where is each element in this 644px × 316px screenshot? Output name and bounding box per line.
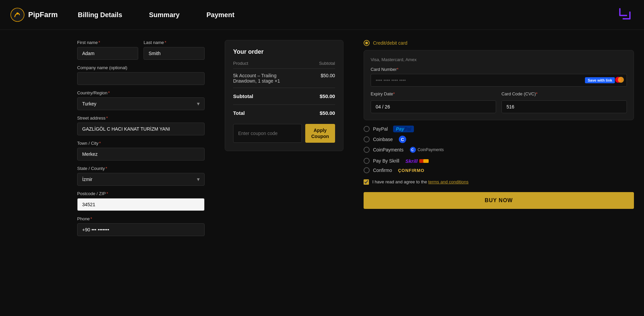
country-select-wrapper: Turkey United States United Kingdom Germ… bbox=[77, 97, 205, 110]
apply-coupon-button[interactable]: Apply Coupon bbox=[305, 124, 335, 143]
logo-area: PipFarm bbox=[10, 7, 58, 22]
credit-card-option[interactable]: Credit/debit card bbox=[364, 40, 634, 46]
subtotal-label: Subtotal bbox=[233, 93, 253, 99]
summary-section: Your order Product Subtotal 5k Account –… bbox=[225, 40, 343, 236]
postcode-group: Postcode / ZIP* bbox=[77, 191, 205, 211]
total-value: $50.00 bbox=[320, 110, 335, 116]
terms-text: I have read and agree to the terms and c… bbox=[372, 179, 469, 185]
last-name-input[interactable] bbox=[144, 47, 205, 60]
coupon-input[interactable] bbox=[233, 124, 302, 143]
app-name: PipFarm bbox=[28, 10, 58, 19]
coinbase-option[interactable]: Coinbase C bbox=[364, 136, 634, 143]
state-select-wrapper: İzmir Ankara İstanbul ▼ bbox=[77, 173, 205, 186]
cvc-label: Card Code (CVC)* bbox=[501, 91, 627, 96]
expiry-cvc-row: Expiry Date* Card Code (CVC)* bbox=[371, 91, 627, 113]
expiry-input[interactable] bbox=[371, 100, 496, 113]
terms-row: I have read and agree to the terms and c… bbox=[364, 179, 634, 185]
coinpayments-option[interactable]: CoinPayments C CoinPayments bbox=[364, 146, 634, 153]
buy-now-button[interactable]: BUY NOW bbox=[364, 192, 634, 209]
street-input[interactable] bbox=[77, 123, 205, 135]
first-name-label: First name* bbox=[77, 40, 138, 45]
mastercard-icon bbox=[615, 77, 624, 84]
coinbase-logo: C bbox=[399, 136, 406, 143]
product-name: 5k Account – Trailing Drawdown, 1 stage … bbox=[233, 73, 300, 84]
company-input[interactable] bbox=[77, 72, 205, 85]
coinpayments-label: CoinPayments bbox=[373, 147, 404, 152]
coinpayments-logo: C CoinPayments bbox=[410, 146, 444, 153]
billing-header-title: Billing Details bbox=[78, 11, 122, 19]
expiry-group: Expiry Date* bbox=[371, 91, 496, 113]
paypal-option[interactable]: PayPal PayPal bbox=[364, 126, 634, 132]
street-label: Street address* bbox=[77, 116, 205, 121]
coupon-area: Apply Coupon bbox=[233, 124, 335, 143]
cvc-group: Card Code (CVC)* bbox=[501, 91, 627, 113]
product-col-header: Product bbox=[233, 61, 248, 66]
subtotal-col-header: Subtotal bbox=[319, 61, 335, 66]
product-price: $50.00 bbox=[321, 73, 335, 78]
last-name-group: Last name* bbox=[144, 40, 205, 60]
city-label: Town / City* bbox=[77, 141, 205, 146]
postcode-label: Postcode / ZIP* bbox=[77, 191, 205, 196]
city-group: Town / City* bbox=[77, 141, 205, 161]
cvc-input[interactable] bbox=[501, 100, 627, 113]
header-sections: Billing Details Summary Payment bbox=[78, 11, 616, 19]
card-brands: Visa, Mastercard, Amex bbox=[371, 57, 627, 62]
terms-checkbox[interactable] bbox=[364, 179, 369, 185]
street-group: Street address* bbox=[77, 116, 205, 135]
billing-section: First name* Last name* Company name (opt… bbox=[77, 40, 205, 236]
terms-link[interactable]: terms and conditions bbox=[428, 179, 469, 184]
summary-header-title: Summary bbox=[149, 11, 179, 19]
svg-point-3 bbox=[618, 77, 624, 83]
svg-point-1 bbox=[16, 12, 18, 14]
coinbase-radio[interactable] bbox=[364, 136, 370, 142]
city-input[interactable] bbox=[77, 148, 205, 161]
skrill-radio[interactable] bbox=[364, 158, 370, 164]
phone-label: Phone* bbox=[77, 216, 205, 221]
coinpayments-radio[interactable] bbox=[364, 147, 370, 153]
country-group: Country/Region* Turkey United States Uni… bbox=[77, 90, 205, 110]
first-name-group: First name* bbox=[77, 40, 138, 60]
skrill-label: Pay By Skrill bbox=[373, 158, 399, 164]
paypal-label: PayPal bbox=[373, 126, 388, 132]
payment-options: PayPal PayPal Coinbase C CoinPayments C … bbox=[364, 126, 634, 173]
state-select[interactable]: İzmir Ankara İstanbul bbox=[77, 173, 205, 186]
first-name-input[interactable] bbox=[77, 47, 138, 60]
country-select[interactable]: Turkey United States United Kingdom Germ… bbox=[77, 97, 205, 110]
order-subtotal-row: Subtotal $50.00 bbox=[233, 91, 335, 102]
svg-point-0 bbox=[11, 8, 24, 21]
skrill-option[interactable]: Pay By Skrill Skrill bbox=[364, 158, 634, 164]
order-product-row: 5k Account – Trailing Drawdown, 1 stage … bbox=[233, 73, 335, 84]
order-card: Your order Product Subtotal 5k Account –… bbox=[225, 40, 343, 151]
name-row: First name* Last name* bbox=[77, 40, 205, 60]
expiry-label: Expiry Date* bbox=[371, 91, 496, 96]
paypal-logo: PayPal bbox=[393, 126, 414, 132]
top-right-icon bbox=[616, 6, 634, 24]
svg-text:C: C bbox=[411, 148, 414, 152]
card-number-wrapper: Save with link bbox=[371, 74, 627, 87]
pipfarm-logo-icon bbox=[10, 7, 25, 22]
confirmo-radio[interactable] bbox=[364, 167, 370, 173]
country-label: Country/Region* bbox=[77, 90, 205, 95]
confirmo-logo: ÇONFIRMO bbox=[398, 168, 425, 173]
total-label: Total bbox=[233, 110, 245, 116]
confirmo-label: Confirmo bbox=[373, 168, 392, 173]
credit-card-radio[interactable] bbox=[364, 40, 370, 46]
phone-group: Phone* bbox=[77, 216, 205, 236]
coinbase-label: Coinbase bbox=[373, 137, 393, 142]
phone-input[interactable] bbox=[77, 223, 205, 236]
credit-card-label: Credit/debit card bbox=[373, 40, 408, 46]
skrill-logo: Skrill bbox=[405, 158, 429, 164]
save-with-link-badge: Save with link bbox=[585, 77, 615, 83]
order-divider bbox=[233, 88, 335, 88]
postcode-input[interactable] bbox=[77, 198, 205, 211]
paypal-radio[interactable] bbox=[364, 126, 370, 132]
state-group: State / County* İzmir Ankara İstanbul ▼ bbox=[77, 166, 205, 186]
company-group: Company name (optional) bbox=[77, 65, 205, 85]
card-number-label: Card Number* bbox=[371, 67, 627, 72]
payment-header-title: Payment bbox=[206, 11, 234, 19]
card-details-box: Visa, Mastercard, Amex Card Number* Save… bbox=[364, 50, 634, 120]
order-total-row: Total $50.00 bbox=[233, 107, 335, 119]
last-name-label: Last name* bbox=[144, 40, 205, 45]
confirmo-option[interactable]: Confirmo ÇONFIRMO bbox=[364, 167, 634, 173]
order-table-header: Product Subtotal bbox=[233, 61, 335, 69]
